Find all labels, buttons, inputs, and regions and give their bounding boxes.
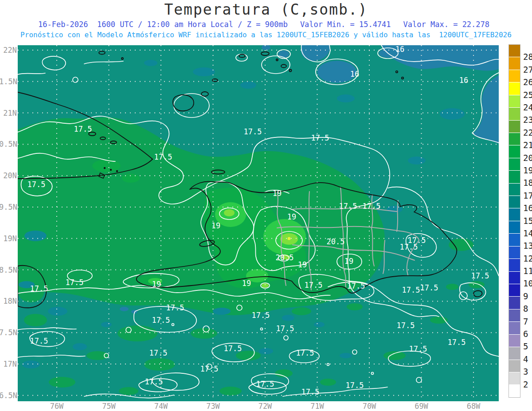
contour-value-label: 16 [459,77,468,84]
colorbar-cell [509,196,520,208]
value-min-text: Valor Min. = 15.4741 [300,20,391,29]
contour-value-label: 17.5 [346,382,364,389]
colorbar-tick-label: 4 [523,355,528,364]
colorbar-cell [509,335,520,347]
colorbar-cell [509,259,520,271]
lat-tick-label: 19N [0,235,17,243]
colorbar-tick-label: 11 [523,267,532,275]
lat-tick-label: 21N [0,110,17,117]
colorbar-tick-label: 28 [523,53,532,61]
contour-value-label: 17.5 [409,345,427,353]
colorbar-tick-label: 7 [523,317,528,326]
contour-value-label: 17.5 [400,243,418,251]
contour-value-label: 17.5 [27,181,46,188]
contour-value-label: 19 [344,258,353,265]
contour-value-label: 17.5 [66,279,84,286]
colorbar-cell [509,184,520,196]
colorbar-tick-label: 5 [523,342,528,351]
colorbar-tick-label: 3 [523,368,528,376]
contour-value-label: 17.5 [301,388,320,396]
contour-value-label: 17.5 [152,317,170,324]
lon-tick-label: 74W [148,403,174,410]
valid-time-line: 16-Feb-2026 1600 UTC / 12:00 am Hora Loc… [18,20,510,29]
contour-value-label: 20.5 [276,254,294,262]
contour-value-label: 20.5 [327,238,345,246]
colorbar-tick-label: 15 [523,217,532,225]
colorbar-cell [509,145,520,158]
colorbar-tick-label: 9 [523,292,528,301]
contour-value-label: 19 [273,190,282,197]
lat-tick-label: 7.5N [0,329,17,337]
lat-tick-label: 8.5N [0,266,17,274]
contour-value-label: 17.5 [200,365,219,373]
model-info-line: Pronóstico con el Modelo Atmósferico WRF… [0,31,532,39]
lon-tick-label: 70W [356,403,383,410]
contour-value-label: 17.5 [154,153,172,161]
colorbar-tick-label: 6 [523,330,528,338]
colorbar-cell [509,133,520,145]
contour-value-label: 17.5 [339,203,357,210]
colorbar-tick-label: 2 [523,380,528,389]
colorbar-tick-label: 8 [523,305,528,313]
lat-tick-label: 9.5N [0,204,17,211]
colorbar-tick-label: 13 [523,242,532,250]
contour-value-label: 17.5 [448,339,466,346]
contour-value-label: 19 [242,280,251,287]
contour-value-label: 17.5 [397,322,415,329]
colorbar-cell [509,158,520,171]
contour-value-label: 19 [152,281,161,288]
colorbar-tick-label: 17 [523,192,532,200]
colorbar-tick-label: 21 [523,141,532,149]
colorbar-cell [509,171,520,183]
contour-value-label: 17.5 [74,125,92,133]
colorbar-cell [509,121,520,133]
lat-tick-label: 20N [0,172,17,180]
contour-value-label: 16 [395,46,404,53]
lat-tick-label: 22N [0,47,17,54]
lat-tick-label: 18N [0,297,17,305]
colorbar-tick-label: 26 [523,78,532,86]
colorbar-cell [509,70,520,82]
contour-value-label: 17.5 [471,272,489,280]
colorbar-cell [509,221,520,234]
colorbar-tick-label: 27 [523,66,532,74]
colorbar-tick-label: 12 [523,254,532,263]
lon-tick-label: 72W [252,403,278,410]
lon-tick-label: 71W [304,403,331,410]
colorbar-cell [509,322,520,334]
lon-tick-label: 73W [200,403,227,410]
colorbar-cell [509,82,520,95]
contour-value-label: 17.5 [402,286,420,294]
colorbar-cell [509,208,520,221]
colorbar-tick-label: 23 [523,116,532,124]
contour-value-label: 17.5 [145,378,163,386]
lat-tick-label: 1.5N [0,78,17,86]
contour-value-label: 19 [287,213,296,221]
colorbar-cell [509,372,520,385]
lon-tick-label: 68W [460,403,487,410]
contour-value-label: 17.5 [276,325,294,333]
contour-value-label: 17.5 [305,282,323,289]
colorbar-cell [509,45,520,57]
contour-value-label: 17.5 [244,128,262,136]
value-max-text: Valor Max. = 22.278 [403,20,489,29]
colorbar-cell [509,385,520,397]
contour-value-label: 17.5 [420,284,438,292]
contour-value-label: 17.5 [149,349,168,357]
colorbar-cell [509,234,520,246]
lon-tick-label: 76W [43,403,70,410]
lon-tick-label: 75W [96,403,122,410]
colorbar-cell [509,272,520,284]
colorbar-cell [509,297,520,309]
temp-fill-hotspot [288,237,291,240]
colorbar-cell [509,347,520,360]
colorbar-cell [509,108,520,120]
colorbar-tick-label: 20 [523,154,532,162]
colorbar-cell [509,95,520,108]
contour-value-label: 17.5 [256,380,274,388]
contour-value-label: 17.5 [224,345,242,352]
map-plot-area: 16161617.517.517.517.517.517.517.517.517… [18,45,499,401]
colorbar-tick-label: 18 [523,179,532,187]
contour-value-label: 17.5 [166,304,184,312]
contour-value-label: 16 [350,70,359,78]
